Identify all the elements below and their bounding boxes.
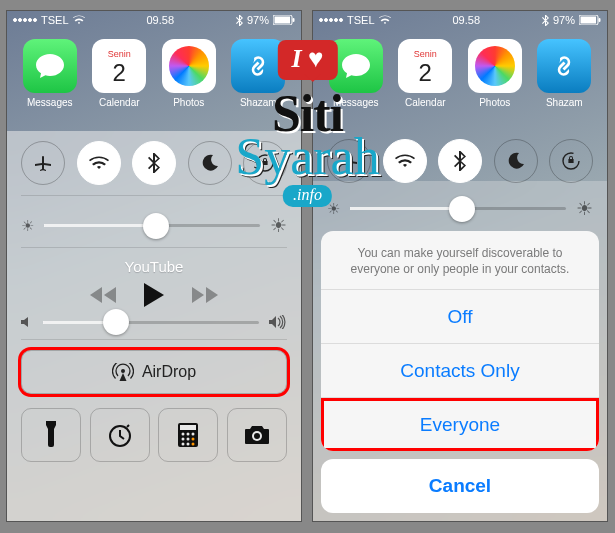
- volume-slider[interactable]: [21, 315, 287, 329]
- battery-icon: [579, 15, 601, 25]
- airplane-toggle[interactable]: [327, 139, 371, 183]
- app-label: Photos: [173, 97, 204, 108]
- brightness-low-icon: ☀︎: [21, 217, 34, 235]
- status-bar: TSEL 09.58 97%: [7, 11, 301, 29]
- bluetooth-toggle[interactable]: [132, 141, 176, 185]
- carrier-label: TSEL: [41, 14, 69, 26]
- svg-point-12: [187, 438, 190, 441]
- svg-rect-20: [580, 17, 596, 24]
- svg-rect-7: [180, 425, 196, 430]
- airdrop-option-contacts[interactable]: Contacts Only: [321, 343, 599, 397]
- signal-dots: [319, 18, 343, 22]
- app-photos[interactable]: Photos: [159, 39, 219, 129]
- airdrop-option-everyone[interactable]: Everyone: [321, 397, 599, 451]
- orientation-lock-toggle[interactable]: [549, 139, 593, 183]
- app-label: Calendar: [99, 97, 140, 108]
- toggle-row: [327, 139, 593, 183]
- orientation-lock-toggle[interactable]: [243, 141, 287, 185]
- app-shazam[interactable]: Shazam: [228, 39, 288, 129]
- status-time: 09.58: [452, 14, 480, 26]
- app-label: Shazam: [546, 97, 583, 108]
- divider: [21, 195, 287, 196]
- app-messages[interactable]: Messages: [326, 39, 386, 129]
- battery-icon: [273, 15, 295, 25]
- shortcut-row: [21, 408, 287, 462]
- now-playing-title[interactable]: YouTube: [21, 258, 287, 275]
- battery-pct: 97%: [553, 14, 575, 26]
- volume-low-icon: [21, 316, 33, 328]
- brightness-high-icon: ☀︎: [270, 214, 287, 237]
- screenshot-left: TSEL 09.58 97% Messages Senin2 Calendar: [6, 10, 302, 522]
- svg-point-14: [182, 443, 185, 446]
- homescreen-row: Messages Senin2Calendar Photos Shazam: [313, 29, 607, 129]
- control-center: ☀︎ ☀︎ YouTube: [7, 131, 301, 521]
- flashlight-button[interactable]: [21, 408, 81, 462]
- forward-button[interactable]: [192, 287, 218, 303]
- bluetooth-status-icon: [236, 15, 243, 26]
- rewind-button[interactable]: [90, 287, 116, 303]
- camera-button[interactable]: [227, 408, 287, 462]
- toggle-row: [21, 141, 287, 185]
- airdrop-button[interactable]: AirDrop: [21, 350, 287, 394]
- svg-rect-1: [274, 17, 290, 24]
- divider: [21, 247, 287, 248]
- app-photos[interactable]: Photos: [465, 39, 525, 129]
- brightness-high-icon: ☀︎: [576, 197, 593, 220]
- airdrop-label: AirDrop: [142, 363, 196, 381]
- svg-point-13: [192, 438, 195, 441]
- homescreen-row: Messages Senin2 Calendar Photos Shazam: [7, 29, 301, 129]
- app-messages[interactable]: Messages: [20, 39, 80, 129]
- airdrop-option-off[interactable]: Off: [321, 289, 599, 343]
- calculator-button[interactable]: [158, 408, 218, 462]
- bluetooth-status-icon: [542, 15, 549, 26]
- app-shazam[interactable]: Shazam: [534, 39, 594, 129]
- svg-point-9: [187, 433, 190, 436]
- app-label: Messages: [27, 97, 73, 108]
- app-calendar[interactable]: Senin2Calendar: [395, 39, 455, 129]
- cal-dayname: Senin: [108, 49, 131, 59]
- wifi-toggle[interactable]: [77, 141, 121, 185]
- carrier-label: TSEL: [347, 14, 375, 26]
- sheet-cancel-button[interactable]: Cancel: [321, 459, 599, 513]
- screenshot-right: TSEL 09.58 97% Messages Senin2Calendar P…: [312, 10, 608, 522]
- airdrop-action-sheet: You can make yourself discoverable to ev…: [321, 231, 599, 513]
- cal-daynum: 2: [419, 59, 432, 87]
- brightness-slider[interactable]: ☀︎ ☀︎: [327, 197, 593, 220]
- brightness-low-icon: ☀︎: [327, 200, 340, 218]
- airdrop-icon: [112, 363, 134, 381]
- dnd-toggle[interactable]: [188, 141, 232, 185]
- brightness-slider[interactable]: ☀︎ ☀︎: [21, 214, 287, 237]
- wifi-status-icon: [73, 15, 85, 25]
- status-bar: TSEL 09.58 97%: [313, 11, 607, 29]
- divider: [21, 339, 287, 340]
- svg-point-15: [187, 443, 190, 446]
- volume-high-icon: [269, 315, 287, 329]
- svg-point-11: [182, 438, 185, 441]
- svg-point-16: [192, 443, 195, 446]
- wifi-toggle[interactable]: [383, 139, 427, 183]
- svg-point-18: [254, 433, 260, 439]
- svg-point-8: [182, 433, 185, 436]
- app-calendar[interactable]: Senin2 Calendar: [89, 39, 149, 129]
- app-label: Photos: [479, 97, 510, 108]
- signal-dots: [13, 18, 37, 22]
- cal-dayname: Senin: [414, 49, 437, 59]
- svg-rect-21: [598, 18, 600, 22]
- airplane-toggle[interactable]: [21, 141, 65, 185]
- svg-point-10: [192, 433, 195, 436]
- wifi-status-icon: [379, 15, 391, 25]
- app-label: Calendar: [405, 97, 446, 108]
- timer-button[interactable]: [90, 408, 150, 462]
- app-label: Messages: [333, 97, 379, 108]
- cal-daynum: 2: [113, 59, 126, 87]
- status-time: 09.58: [146, 14, 174, 26]
- play-button[interactable]: [144, 283, 164, 307]
- battery-pct: 97%: [247, 14, 269, 26]
- app-label: Shazam: [240, 97, 277, 108]
- svg-point-4: [121, 369, 125, 373]
- transport-controls: [21, 283, 287, 307]
- sheet-message: You can make yourself discoverable to ev…: [321, 231, 599, 289]
- dnd-toggle[interactable]: [494, 139, 538, 183]
- svg-rect-2: [292, 18, 294, 22]
- bluetooth-toggle[interactable]: [438, 139, 482, 183]
